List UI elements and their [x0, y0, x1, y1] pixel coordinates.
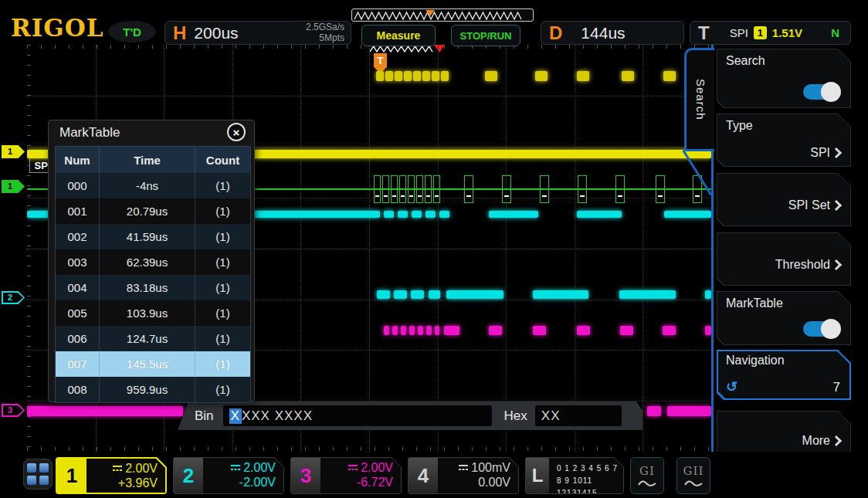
ch3-position-marker[interactable]: 3	[2, 404, 25, 417]
generator1-tile[interactable]: GI	[630, 457, 664, 494]
chevron-right-icon	[831, 259, 842, 270]
menu-grid-button[interactable]	[23, 459, 53, 490]
decode-frame-dash	[392, 195, 395, 197]
search-mark	[385, 71, 393, 81]
decode-frame	[615, 175, 625, 203]
ch3-burst	[409, 326, 415, 335]
table-row[interactable]: 006 124.7us (1)	[56, 326, 250, 351]
horizontal-timebase-block[interactable]: H 200us 2.5GSa/s 5Mpts	[164, 21, 351, 45]
table-row[interactable]: 004 83.18us (1)	[56, 275, 250, 300]
delay-value: 144us	[581, 24, 625, 42]
menu-item-spi-set[interactable]: SPI Set	[717, 173, 851, 226]
column-header: Time	[99, 147, 195, 173]
trigger-status-badge: T'D	[108, 21, 156, 42]
table-cell: 103.9us	[99, 300, 195, 326]
channel1-tile[interactable]: 1 2.00V +3.96V	[56, 457, 167, 494]
search-toggle[interactable]	[803, 84, 839, 100]
menu-item-search[interactable]: Search	[717, 49, 851, 108]
decode-frame-dash	[580, 195, 585, 197]
decode-frame-dash	[466, 195, 471, 197]
marktable-toggle[interactable]	[803, 321, 839, 337]
decode-position-marker[interactable]: 1	[2, 180, 25, 193]
ch2-trace-low	[411, 290, 424, 299]
table-row[interactable]: 002 41.59us (1)	[56, 224, 250, 249]
ch3-burst	[444, 326, 459, 335]
search-mark	[404, 71, 412, 81]
generator2-tile[interactable]: GII	[676, 457, 710, 494]
delay-block[interactable]: D 144us	[541, 21, 684, 45]
table-cell: 41.59us	[99, 224, 195, 249]
marktable-popup: MarkTable × Num Time Count 000 -4ns (1) …	[48, 120, 255, 402]
close-icon[interactable]: ×	[227, 123, 246, 141]
table-cell: 62.39us	[99, 249, 195, 275]
table-row[interactable]: 005 103.9us (1)	[56, 300, 250, 326]
ch2-trace	[426, 211, 436, 218]
trigger-slope: N	[831, 26, 850, 39]
channel3-tile[interactable]: 3 2.00V -6.72V	[290, 457, 402, 494]
decode-frame-dash	[426, 195, 429, 197]
table-row[interactable]: 008 959.9us (1)	[56, 377, 250, 402]
waveform-preview-bar[interactable]	[351, 8, 534, 22]
table-row[interactable]: 001 20.79us (1)	[56, 198, 250, 224]
dc-coupling-icon	[458, 460, 469, 475]
decode-frame	[464, 175, 473, 203]
table-row-selected[interactable]: 007 145.5us (1)	[56, 351, 250, 377]
ch2-trace-low	[705, 290, 711, 299]
channel4-tile[interactable]: 4 100mV 0.00V	[408, 457, 519, 494]
menu-item-threshold[interactable]: Threshold	[717, 232, 851, 286]
table-row[interactable]: 003 62.39us (1)	[56, 249, 250, 275]
menu-item-type[interactable]: Type SPI	[717, 113, 851, 167]
ch1-position-marker[interactable]: 1	[2, 145, 25, 158]
table-row[interactable]: 000 -4ns (1)	[56, 173, 250, 198]
search-mark	[395, 71, 402, 81]
ch3-burst	[705, 326, 711, 335]
dc-coupling-icon	[348, 460, 358, 475]
ch2-trace	[398, 211, 408, 218]
ch2-trace-low	[533, 290, 588, 299]
search-mark	[376, 71, 384, 81]
decode-frame-dash	[401, 195, 404, 197]
menu-item-marktable[interactable]: MarkTable	[717, 291, 851, 345]
chevron-right-icon	[831, 435, 842, 446]
table-cell: (1)	[195, 224, 250, 249]
logic-channels-tile[interactable]: L 0 1 2 3 4 5 6 7 8 9 1011 12131415	[525, 457, 624, 494]
decode-result-panel: Bin X XXX XXXX Hex XX	[178, 401, 643, 430]
trigger-type: SPI	[730, 26, 748, 39]
menu-item-navigation[interactable]: Navigation ↺ 7	[717, 350, 851, 400]
popup-title: MarkTable	[59, 125, 120, 141]
ch2-trace-low	[394, 290, 407, 299]
table-cell: (1)	[195, 249, 250, 275]
decode-frame-dash	[542, 195, 547, 197]
ch3-burst	[392, 326, 398, 335]
oscilloscope-screen: T SPI 1 1 2 3 Bin X XXX XXXX Hex XX Mark…	[0, 0, 868, 498]
table-header-row: Num Time Count	[56, 147, 250, 173]
table-cell: 124.7us	[99, 326, 195, 351]
trigger-block[interactable]: T SPI 1 1.51V N	[690, 21, 851, 45]
grid-line	[27, 96, 711, 97]
logic-digits-row1: 0 1 2 3 4 5 6 7	[557, 464, 618, 473]
search-menu: Search Type SPI SPI Set Threshold	[714, 45, 868, 469]
ch3-burst	[384, 326, 389, 335]
ch2-trace	[664, 211, 711, 218]
acquisition-info: 2.5GSa/s 5Mpts	[306, 22, 351, 44]
hex-value: XX	[541, 408, 561, 424]
table-cell: 002	[56, 224, 99, 249]
stop-run-button[interactable]: STOP/RUN	[451, 25, 520, 46]
measure-button[interactable]: Measure	[361, 25, 436, 46]
table-cell: 007	[56, 351, 99, 377]
ch2-position-marker[interactable]: 2	[2, 291, 25, 304]
ch2-trace	[577, 211, 622, 218]
ch2-trace-low	[619, 290, 676, 299]
channel2-tile[interactable]: 2 2.00V -2.00V	[173, 457, 284, 494]
table-cell: (1)	[195, 300, 250, 326]
ch4-offset: 0.00V	[478, 476, 510, 489]
ch3-burst	[435, 326, 439, 335]
table-cell: 959.9us	[99, 377, 195, 402]
table-cell: 008	[56, 377, 99, 402]
column-header: Num	[56, 147, 99, 173]
trigger-level: 1.51V	[772, 26, 802, 39]
decode-frame	[578, 175, 587, 203]
ch3-offset: -6.72V	[357, 476, 393, 489]
tab-search[interactable]: Search	[684, 48, 714, 151]
table-cell: (1)	[195, 351, 250, 377]
